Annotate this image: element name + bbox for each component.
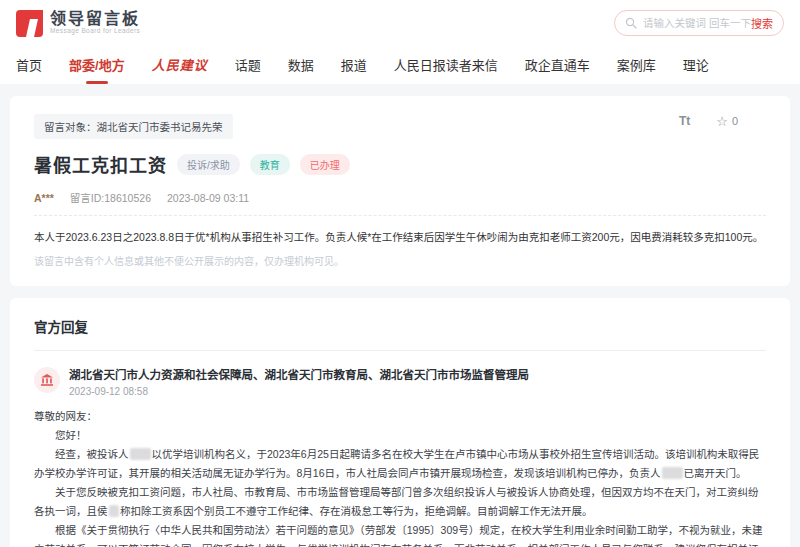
nav-item-ministries-regions[interactable]: 部委/地方 (69, 55, 125, 76)
main-content: 留言对象：湖北省天门市委书记易先荣 暑假工克扣工资 投诉/求助 教育 已办理 A… (0, 84, 800, 547)
nav-item-case-library[interactable]: 案例库 (617, 55, 656, 76)
reply-paragraph: 根据《关于贯彻执行〈中华人民共和国劳动法〉若干问题的意见》（劳部发〔1995〕3… (34, 521, 766, 547)
message-id: 留言ID:18610526 (70, 190, 151, 205)
nav-item-reader-letters[interactable]: 人民日报读者来信 (394, 55, 498, 76)
nav-item-theory[interactable]: 理论 (683, 55, 709, 76)
tag-education: 教育 (250, 154, 290, 175)
main-nav: 首页 部委/地方 人民建议 话题 数据 报道 人民日报读者来信 政企直通车 案例… (0, 46, 800, 84)
topbar: 领导留言板 Message Board for Leaders 搜索 (0, 0, 800, 46)
search-box[interactable]: 搜索 (614, 10, 784, 36)
reply-paragraph: 关于您反映被克扣工资问题，市人社局、市教育局、市市场监督管理局等部门曾多次组织投… (34, 483, 766, 521)
tag-status-handled: 已办理 (300, 154, 350, 175)
redacted-text: 某某 (662, 467, 683, 479)
nav-item-topics[interactable]: 话题 (235, 55, 261, 76)
nav-item-reports[interactable]: 报道 (341, 55, 367, 76)
logo-title: 领导留言板 (50, 11, 140, 28)
reply-department: 湖北省天门市人力资源和社会保障局、湖北省天门市教育局、湖北省天门市市场监督管理局 (69, 367, 529, 383)
reply-paragraph: 经查，被投诉人某某以优学培训机构名义，于2023年6月25日起聘请多名在校大学生… (34, 445, 766, 483)
message-meta: A*** 留言ID:18610526 2023-08-09 03:11 (34, 190, 766, 216)
message-card: 留言对象：湖北省天门市委书记易先荣 暑假工克扣工资 投诉/求助 教育 已办理 A… (10, 96, 790, 286)
reply-item: 湖北省天门市人力资源和社会保障局、湖北省天门市教育局、湖北省天门市市场监督管理局… (34, 367, 766, 397)
search-icon (625, 17, 637, 29)
message-author: A*** (34, 192, 54, 204)
message-body: 本人于2023.6.23日之2023.8.8日于优*机构从事招生补习工作。负责人… (34, 228, 766, 247)
speech-bubble-logo-icon (16, 10, 43, 37)
official-reply-heading: 官方回复 (34, 316, 766, 336)
logo-subtitle: Message Board for Leaders (50, 28, 140, 35)
search-button[interactable]: 搜索 (751, 15, 773, 31)
divider (34, 350, 766, 351)
nav-item-data[interactable]: 数据 (288, 55, 314, 76)
tag-complaint-help: 投诉/求助 (177, 154, 240, 175)
nav-item-peoples-suggestions[interactable]: 人民建议 (152, 55, 208, 76)
message-date: 2023-08-09 03:11 (167, 192, 249, 204)
redacted-text: 某某 (130, 448, 151, 460)
message-title: 暑假工克扣工资 (34, 151, 167, 177)
government-building-icon (34, 367, 60, 393)
reply-date: 2023-09-12 08:58 (69, 386, 529, 397)
favorite-count: 0 (732, 115, 738, 127)
star-icon: ☆ (716, 115, 728, 128)
redacted-text: 某 (109, 505, 120, 517)
favorite-button[interactable]: ☆ 0 (716, 115, 738, 128)
official-reply-card: 官方回复 湖北省天门市人力资源和社会保障局、湖北省天门市教育局、湖北省天门市市场… (10, 298, 790, 547)
reply-body: 尊敬的网友： 您好！ 经查，被投诉人某某以优学培训机构名义，于2023年6月25… (34, 407, 766, 547)
search-input[interactable] (643, 17, 751, 29)
nav-item-home[interactable]: 首页 (16, 55, 42, 76)
reply-paragraph: 尊敬的网友： (34, 407, 766, 426)
reply-paragraph: 您好！ (34, 426, 766, 445)
font-size-button[interactable]: Tt (679, 114, 690, 128)
site-logo[interactable]: 领导留言板 Message Board for Leaders (16, 10, 140, 37)
message-target-badge: 留言对象：湖北省天门市委书记易先荣 (34, 114, 233, 139)
privacy-note: 该留言中含有个人信息或其他不便公开展示的内容，仅办理机构可见。 (34, 253, 766, 268)
nav-item-gov-enterprise[interactable]: 政企直通车 (525, 55, 590, 76)
page: 领导留言板 Message Board for Leaders 搜索 首页 部委… (0, 0, 800, 547)
